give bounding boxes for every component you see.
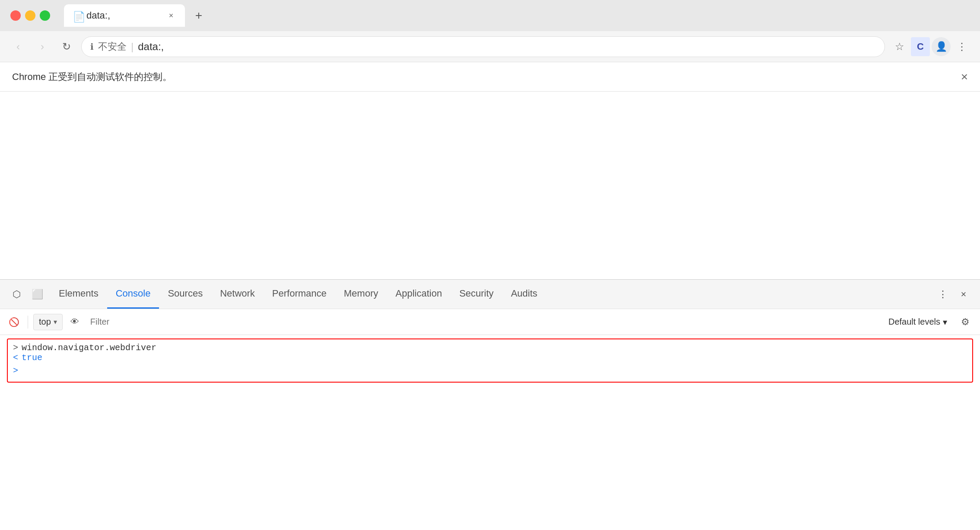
active-tab[interactable]: 📄 data:, × [64,4,185,27]
console-highlighted-block: > window.navigator.webdriver < true > [7,338,973,383]
clear-console-button[interactable]: 🚫 [5,313,22,331]
console-entry-1-arrow: < [13,353,18,363]
minimize-traffic-light[interactable] [25,10,35,21]
devtools-tabs-spacer [546,280,930,309]
tab-close-button[interactable]: × [166,10,176,21]
console-entry-0-text: window.navigator.webdriver [22,343,156,353]
tab-sources[interactable]: Sources [159,280,211,309]
notification-text: Chrome 正受到自动测试软件的控制。 [12,70,961,83]
levels-arrow-icon: ▾ [943,317,947,327]
menu-button[interactable]: ⋮ [952,37,971,56]
devtools-tab-bar: ⬡ ⬜ Elements Console Sources Network Per… [0,280,980,309]
account-button[interactable]: 👤 [932,37,951,56]
device-toolbar-button[interactable]: ⬜ [28,285,47,304]
devtools-more-button[interactable]: ⋮ [933,285,952,304]
devtools-close-button[interactable]: × [954,285,973,304]
tab-security[interactable]: Security [451,280,502,309]
tab-title: data:, [86,10,162,21]
tab-performance[interactable]: Performance [264,280,335,309]
browser-window: 📄 data:, × + ‹ › ↻ ℹ 不安全 | data:, ☆ C 👤 … [0,0,980,530]
address-separator: | [131,41,134,53]
tab-elements[interactable]: Elements [50,280,107,309]
navigation-bar: ‹ › ↻ ℹ 不安全 | data:, ☆ C 👤 ⋮ [0,31,980,62]
notification-bar: Chrome 正受到自动测试软件的控制。 × [0,62,980,92]
refresh-button[interactable]: ↻ [57,37,76,56]
default-levels-selector[interactable]: Default levels ▾ [883,315,952,329]
console-entry-2-arrow: > [13,366,18,376]
console-entry-1: < true [13,353,967,363]
address-url: data:, [138,41,164,53]
notification-close-button[interactable]: × [961,70,968,84]
tab-audits[interactable]: Audits [502,280,546,309]
devtools-panel: ⬡ ⬜ Elements Console Sources Network Per… [0,279,980,530]
console-entry-1-text: true [22,353,42,363]
toolbar-right: ⚙ [956,313,975,332]
close-traffic-light[interactable] [10,10,21,21]
console-toolbar: 🚫 top ▾ 👁 Default levels ▾ ⚙ [0,309,980,335]
insecure-label: 不安全 [98,40,127,53]
console-entry-2: > [13,363,967,378]
tab-network[interactable]: Network [211,280,264,309]
context-selector[interactable]: top ▾ [33,314,63,330]
context-selector-label: top [39,317,51,327]
tab-favicon-icon: 📄 [73,11,82,20]
console-entry-0-arrow: > [13,343,18,353]
back-button[interactable]: ‹ [9,37,28,56]
console-entry-0: > window.navigator.webdriver [13,343,967,353]
traffic-lights [10,10,50,21]
default-levels-label: Default levels [888,317,940,327]
new-tab-button[interactable]: + [188,5,209,26]
bookmark-button[interactable]: ☆ [890,37,909,56]
tab-console[interactable]: Console [107,280,159,309]
address-bar[interactable]: ℹ 不安全 | data:, [81,36,885,57]
filter-input[interactable] [87,317,880,327]
context-selector-arrow: ▾ [54,318,57,326]
toolbar-separator-1 [28,316,28,329]
extension-button[interactable]: C [911,37,930,56]
nav-actions: ☆ C 👤 ⋮ [890,37,971,56]
devtools-left-actions: ⬡ ⬜ [3,280,50,309]
page-content [0,92,980,279]
title-bar: 📄 data:, × + [0,0,980,31]
forward-button[interactable]: › [33,37,52,56]
inspect-element-button[interactable]: ⬡ [7,285,26,304]
console-content: > window.navigator.webdriver < true > [0,335,980,530]
tab-memory[interactable]: Memory [335,280,387,309]
devtools-settings-button[interactable]: ⚙ [956,313,975,332]
maximize-traffic-light[interactable] [40,10,50,21]
security-info-icon: ℹ [90,42,94,52]
eye-button[interactable]: 👁 [66,313,83,331]
tab-bar: 📄 data:, × + [64,4,970,27]
tab-application[interactable]: Application [387,280,451,309]
devtools-right-actions: ⋮ × [930,280,977,309]
